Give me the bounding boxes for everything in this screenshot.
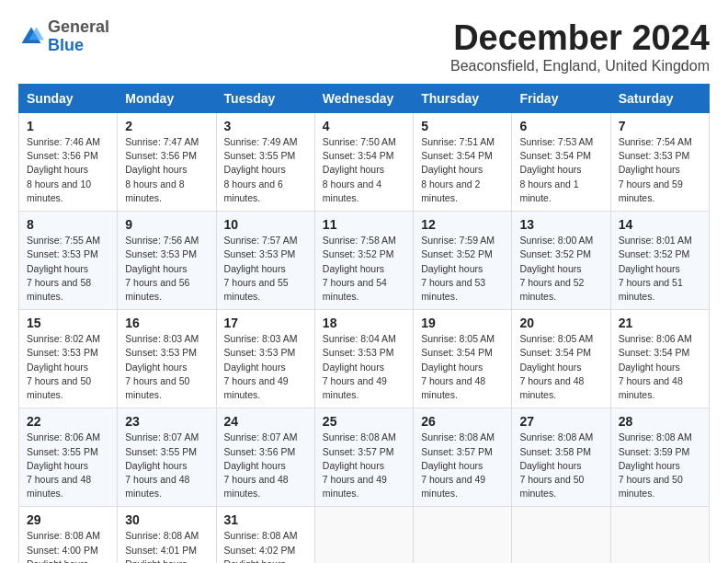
table-row: 13 Sunrise: 8:00 AMSunset: 3:52 PMDaylig… <box>512 212 610 310</box>
table-row <box>512 507 610 563</box>
table-row <box>314 507 413 563</box>
day-info: Sunrise: 7:47 AMSunset: 3:56 PMDaylight … <box>125 136 199 203</box>
day-number: 18 <box>323 316 405 330</box>
day-info: Sunrise: 7:55 AMSunset: 3:53 PMDaylight … <box>27 235 100 302</box>
day-info: Sunrise: 8:08 AMSunset: 3:57 PMDaylight … <box>323 431 396 499</box>
table-row: 2 Sunrise: 7:47 AMSunset: 3:56 PMDayligh… <box>118 113 216 212</box>
day-number: 3 <box>224 119 307 133</box>
day-info: Sunrise: 8:07 AMSunset: 3:56 PMDaylight … <box>224 431 298 499</box>
day-info: Sunrise: 8:02 AMSunset: 3:53 PMDaylight … <box>27 333 100 400</box>
table-row <box>610 507 709 563</box>
logo-icon <box>18 24 44 50</box>
day-number: 26 <box>421 414 504 429</box>
day-info: Sunrise: 8:05 AMSunset: 3:54 PMDaylight … <box>421 333 495 400</box>
day-number: 6 <box>519 119 602 133</box>
day-number: 22 <box>27 414 109 429</box>
table-row: 4 Sunrise: 7:50 AMSunset: 3:54 PMDayligh… <box>314 113 413 212</box>
day-number: 9 <box>125 217 208 232</box>
day-number: 29 <box>27 512 109 527</box>
day-info: Sunrise: 8:08 AMSunset: 4:00 PMDaylight … <box>27 530 100 563</box>
day-number: 19 <box>421 316 504 330</box>
day-info: Sunrise: 8:03 AMSunset: 3:53 PMDaylight … <box>125 333 199 400</box>
day-number: 28 <box>619 414 701 429</box>
calendar-week-row: 8 Sunrise: 7:55 AMSunset: 3:53 PMDayligh… <box>19 212 710 310</box>
day-number: 8 <box>27 217 109 232</box>
day-number: 11 <box>323 217 405 232</box>
day-info: Sunrise: 8:08 AMSunset: 3:57 PMDaylight … <box>421 431 495 499</box>
day-info: Sunrise: 8:03 AMSunset: 3:53 PMDaylight … <box>224 333 298 400</box>
table-row: 1 Sunrise: 7:46 AMSunset: 3:56 PMDayligh… <box>19 113 118 212</box>
table-row: 24 Sunrise: 8:07 AMSunset: 3:56 PMDaylig… <box>216 408 314 507</box>
header-sunday: Sunday <box>19 85 118 113</box>
logo: General Blue <box>18 18 109 55</box>
day-number: 24 <box>224 414 307 429</box>
calendar-week-row: 29 Sunrise: 8:08 AMSunset: 4:00 PMDaylig… <box>19 507 710 563</box>
table-row: 23 Sunrise: 8:07 AMSunset: 3:55 PMDaylig… <box>118 408 216 507</box>
page-header: General Blue December 2024 Beaconsfield,… <box>18 18 710 75</box>
day-info: Sunrise: 7:50 AMSunset: 3:54 PMDaylight … <box>323 136 396 203</box>
day-info: Sunrise: 8:08 AMSunset: 3:59 PMDaylight … <box>619 431 692 499</box>
table-row: 19 Sunrise: 8:05 AMSunset: 3:54 PMDaylig… <box>414 310 512 408</box>
day-number: 16 <box>125 316 208 330</box>
day-number: 14 <box>619 217 701 232</box>
table-row: 21 Sunrise: 8:06 AMSunset: 3:54 PMDaylig… <box>610 310 709 408</box>
calendar-week-row: 22 Sunrise: 8:06 AMSunset: 3:55 PMDaylig… <box>19 408 710 507</box>
table-row: 5 Sunrise: 7:51 AMSunset: 3:54 PMDayligh… <box>414 113 512 212</box>
calendar-week-row: 1 Sunrise: 7:46 AMSunset: 3:56 PMDayligh… <box>19 113 710 212</box>
day-info: Sunrise: 7:53 AMSunset: 3:54 PMDaylight … <box>519 136 593 203</box>
day-info: Sunrise: 8:06 AMSunset: 3:55 PMDaylight … <box>27 431 100 499</box>
title-block: December 2024 Beaconsfield, England, Uni… <box>450 18 710 75</box>
table-row: 11 Sunrise: 7:58 AMSunset: 3:52 PMDaylig… <box>314 212 413 310</box>
logo-blue-text: Blue <box>48 36 84 54</box>
day-info: Sunrise: 8:05 AMSunset: 3:54 PMDaylight … <box>519 333 593 400</box>
table-row: 16 Sunrise: 8:03 AMSunset: 3:53 PMDaylig… <box>118 310 216 408</box>
day-info: Sunrise: 8:07 AMSunset: 3:55 PMDaylight … <box>125 431 199 499</box>
header-thursday: Thursday <box>414 85 512 113</box>
table-row: 31 Sunrise: 8:08 AMSunset: 4:02 PMDaylig… <box>216 507 314 563</box>
day-number: 21 <box>619 316 701 330</box>
day-number: 15 <box>27 316 109 330</box>
day-number: 30 <box>125 512 208 527</box>
table-row: 9 Sunrise: 7:56 AMSunset: 3:53 PMDayligh… <box>118 212 216 310</box>
day-info: Sunrise: 8:00 AMSunset: 3:52 PMDaylight … <box>519 235 593 302</box>
table-row: 8 Sunrise: 7:55 AMSunset: 3:53 PMDayligh… <box>19 212 118 310</box>
day-info: Sunrise: 7:56 AMSunset: 3:53 PMDaylight … <box>125 235 199 302</box>
table-row: 20 Sunrise: 8:05 AMSunset: 3:54 PMDaylig… <box>512 310 610 408</box>
day-info: Sunrise: 8:08 AMSunset: 3:58 PMDaylight … <box>519 431 593 499</box>
table-row: 17 Sunrise: 8:03 AMSunset: 3:53 PMDaylig… <box>216 310 314 408</box>
table-row: 6 Sunrise: 7:53 AMSunset: 3:54 PMDayligh… <box>512 113 610 212</box>
day-number: 25 <box>323 414 405 429</box>
day-info: Sunrise: 7:58 AMSunset: 3:52 PMDaylight … <box>323 235 396 302</box>
day-info: Sunrise: 7:54 AMSunset: 3:53 PMDaylight … <box>619 136 692 203</box>
table-row: 26 Sunrise: 8:08 AMSunset: 3:57 PMDaylig… <box>414 408 512 507</box>
day-header-row: Sunday Monday Tuesday Wednesday Thursday… <box>19 85 710 113</box>
logo-general-text: General <box>48 17 109 36</box>
calendar-table: Sunday Monday Tuesday Wednesday Thursday… <box>18 84 710 563</box>
day-number: 27 <box>519 414 602 429</box>
day-info: Sunrise: 7:51 AMSunset: 3:54 PMDaylight … <box>421 136 495 203</box>
month-title: December 2024 <box>450 18 710 58</box>
day-number: 4 <box>323 119 405 133</box>
table-row: 18 Sunrise: 8:04 AMSunset: 3:53 PMDaylig… <box>314 310 413 408</box>
day-info: Sunrise: 8:08 AMSunset: 4:01 PMDaylight … <box>125 530 199 563</box>
table-row <box>414 507 512 563</box>
day-info: Sunrise: 8:06 AMSunset: 3:54 PMDaylight … <box>619 333 692 400</box>
header-friday: Friday <box>512 85 610 113</box>
table-row: 3 Sunrise: 7:49 AMSunset: 3:55 PMDayligh… <box>216 113 314 212</box>
day-number: 12 <box>421 217 504 232</box>
day-info: Sunrise: 7:59 AMSunset: 3:52 PMDaylight … <box>421 235 495 302</box>
day-number: 17 <box>224 316 307 330</box>
table-row: 12 Sunrise: 7:59 AMSunset: 3:52 PMDaylig… <box>414 212 512 310</box>
header-saturday: Saturday <box>610 85 709 113</box>
day-number: 7 <box>619 119 701 133</box>
day-info: Sunrise: 8:04 AMSunset: 3:53 PMDaylight … <box>323 333 396 400</box>
day-number: 31 <box>224 512 307 527</box>
day-info: Sunrise: 7:46 AMSunset: 3:56 PMDaylight … <box>27 136 100 203</box>
day-info: Sunrise: 8:08 AMSunset: 4:02 PMDaylight … <box>224 530 298 563</box>
day-info: Sunrise: 7:49 AMSunset: 3:55 PMDaylight … <box>224 136 298 203</box>
table-row: 7 Sunrise: 7:54 AMSunset: 3:53 PMDayligh… <box>610 113 709 212</box>
table-row: 10 Sunrise: 7:57 AMSunset: 3:53 PMDaylig… <box>216 212 314 310</box>
day-number: 13 <box>519 217 602 232</box>
day-number: 10 <box>224 217 307 232</box>
table-row: 14 Sunrise: 8:01 AMSunset: 3:52 PMDaylig… <box>610 212 709 310</box>
